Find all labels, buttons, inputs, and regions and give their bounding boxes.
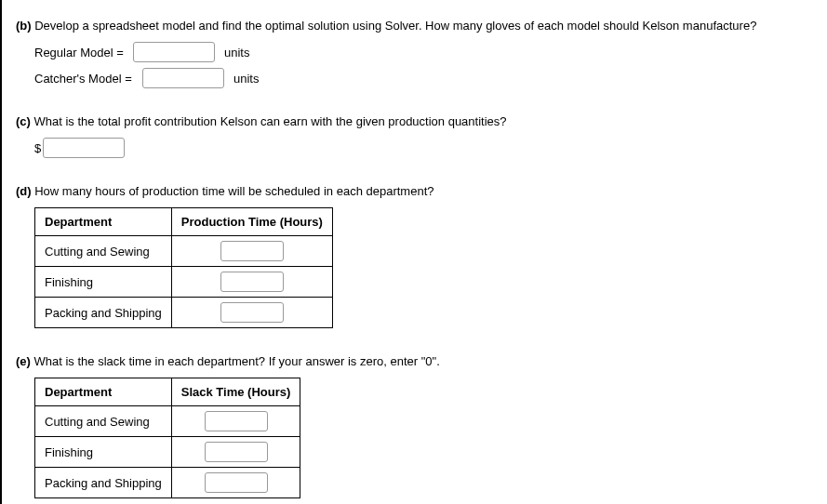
profit-row: $ [34,138,813,158]
table-row: Packing and Shipping [35,298,333,328]
part-b-label: (b) [16,19,32,33]
regular-model-row: Regular Model = units [34,42,813,62]
dollar-prefix: $ [34,141,41,155]
table-row: Finishing [35,267,333,298]
table-row: Cutting and Sewing [35,406,300,437]
regular-model-label: Regular Model = [34,46,127,60]
catcher-model-unit: units [233,72,259,86]
packing-slack-input[interactable] [205,472,268,493]
slacktime-header-e: Slack Time (Hours) [171,378,300,406]
part-e-label: (e) [16,354,31,368]
prodtime-header-d: Production Time (Hours) [171,208,332,236]
question-c: (c) What is the total profit contributio… [16,114,813,158]
question-e: (e) What is the slack time in each depar… [16,354,813,498]
part-b-question: Develop a spreadsheet model and find the… [34,19,756,33]
profit-input[interactable] [43,138,125,158]
question-b-text: (b) Develop a spreadsheet model and find… [16,19,813,33]
finishing-slack-input[interactable] [205,442,268,462]
regular-model-unit: units [224,46,249,60]
finishing-prod-input[interactable] [220,272,284,292]
production-time-table: Department Production Time (Hours) Cutti… [34,207,333,328]
table-header-row: Department Production Time (Hours) [35,208,333,236]
slack-time-table: Department Slack Time (Hours) Cutting an… [34,378,300,498]
input-cell [171,437,300,468]
part-d-label: (d) [16,184,32,198]
regular-model-input[interactable] [133,42,215,62]
catcher-model-row: Catcher's Model = units [34,68,813,88]
dept-packing-d: Packing and Shipping [35,298,172,328]
cutting-slack-input[interactable] [205,411,268,431]
question-c-text: (c) What is the total profit contributio… [16,114,813,128]
input-cell [171,236,332,267]
cutting-prod-input[interactable] [220,241,284,261]
part-c-label: (c) [16,114,31,128]
dept-cutting-d: Cutting and Sewing [35,236,172,267]
part-c-question: What is the total profit contribution Ke… [34,114,507,128]
dept-header-e: Department [35,378,172,406]
table-row: Finishing [35,437,300,468]
question-e-text: (e) What is the slack time in each depar… [16,354,813,368]
question-d: (d) How many hours of production time wi… [16,184,813,328]
part-e-question: What is the slack time in each departmen… [34,354,440,368]
dept-cutting-e: Cutting and Sewing [35,406,172,437]
table-row: Cutting and Sewing [35,236,333,267]
question-b: (b) Develop a spreadsheet model and find… [16,19,813,88]
dept-packing-e: Packing and Shipping [35,468,172,498]
dept-finishing-e: Finishing [35,437,172,468]
input-cell [171,468,300,498]
dept-finishing-d: Finishing [35,267,172,298]
dept-header-d: Department [35,208,172,236]
part-d-question: How many hours of production time will b… [34,184,434,198]
table-row: Packing and Shipping [35,468,300,498]
input-cell [171,267,332,298]
input-cell [171,298,332,328]
table-header-row: Department Slack Time (Hours) [35,378,300,406]
packing-prod-input[interactable] [220,302,284,323]
catcher-model-label: Catcher's Model = [34,72,137,86]
question-d-text: (d) How many hours of production time wi… [16,184,813,198]
catcher-model-input[interactable] [142,68,224,88]
input-cell [171,406,300,437]
